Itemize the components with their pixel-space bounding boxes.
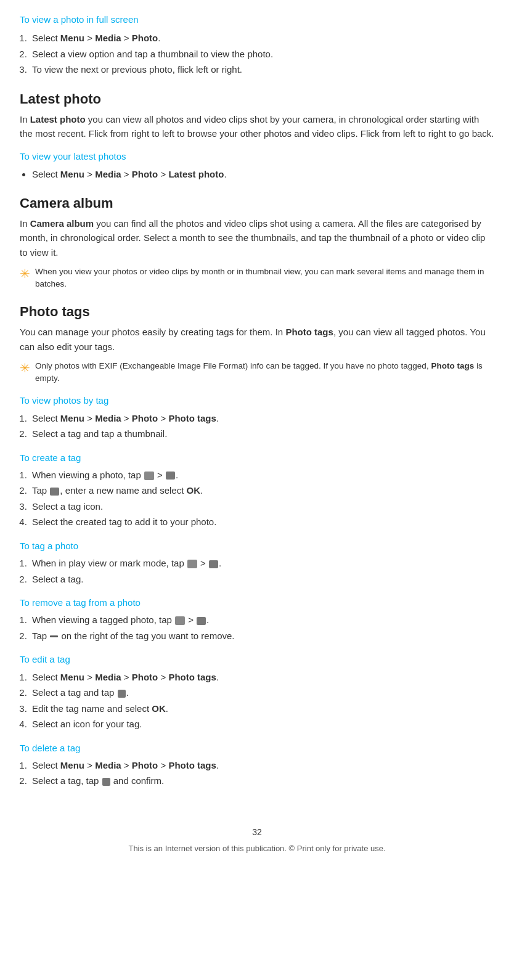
create-tag-subheading: To create a tag [20, 451, 494, 465]
photo-tags-tip: ✳ Only photos with EXIF (Exchangeable Im… [20, 360, 494, 385]
edit-tag-steps: Select Menu > Media > Photo > Photo tags… [30, 669, 494, 732]
list-item: Select the created tag to add it to your… [30, 514, 494, 530]
list-item: Tap , enter a new name and select OK. [30, 483, 494, 499]
tag-photo-steps: When in play view or mark mode, tap > . … [30, 555, 494, 587]
tag-icon-4 [197, 617, 206, 625]
camera-album-body: In Camera album you can find all the pho… [20, 216, 494, 259]
photo-icon-2 [187, 560, 197, 568]
photo-icon [144, 472, 154, 480]
pencil-icon [118, 690, 126, 698]
page-number: 32 [20, 826, 494, 839]
photo-tags-heading: Photo tags [20, 304, 494, 320]
photo-icon-3 [175, 616, 185, 625]
list-item: Edit the tag name and select OK. [30, 701, 494, 717]
tag-icon [166, 472, 175, 480]
view-by-tag-subheading: To view photos by tag [20, 393, 494, 407]
view-latest-photos-list: Select Menu > Media > Photo > Latest pho… [32, 166, 494, 182]
delete-tag-subheading: To delete a tag [20, 741, 494, 755]
tag-icon-3 [209, 560, 218, 568]
remove-tag-steps: When viewing a tagged photo, tap > . Tap… [30, 612, 494, 643]
list-item: Select Menu > Media > Photo. [30, 30, 494, 46]
list-item: Select a tag. [30, 571, 494, 587]
delete-tag-steps: Select Menu > Media > Photo > Photo tags… [30, 757, 494, 789]
trash-icon [102, 778, 110, 786]
list-item: Select an icon for your tag. [30, 716, 494, 732]
list-item: Select Menu > Media > Photo > Photo tags… [30, 757, 494, 774]
view-by-tag-steps: Select Menu > Media > Photo > Photo tags… [30, 410, 494, 442]
list-item: Select Menu > Media > Photo > Latest pho… [32, 166, 494, 182]
list-item: Tap on the right of the tag you want to … [30, 628, 494, 644]
section-camera-album: Camera album In Camera album you can fin… [20, 195, 494, 290]
page-footer: 32 This is an Internet version of this p… [20, 826, 494, 855]
tag-photo-subheading: To tag a photo [20, 539, 494, 553]
view-full-screen-steps: Select Menu > Media > Photo. Select a vi… [30, 30, 494, 78]
tip-text-2: Only photos with EXIF (Exchangeable Imag… [35, 360, 494, 385]
list-item: When in play view or mark mode, tap > . [30, 555, 494, 571]
list-item: Select a tag and tap a thumbnail. [30, 426, 494, 442]
list-item: Select a tag and tap . [30, 685, 494, 701]
remove-tag-subheading: To remove a tag from a photo [20, 595, 494, 610]
tip-text: When you view your photos or video clips… [35, 266, 494, 291]
section-latest-photo: Latest photo In Latest photo you can vie… [20, 91, 494, 182]
list-item: Select a tag, tap and confirm. [30, 773, 494, 789]
minus-icon [50, 635, 58, 637]
list-item: Select Menu > Media > Photo > Photo tags… [30, 410, 494, 427]
edit-tag-subheading: To edit a tag [20, 652, 494, 666]
view-full-screen-heading: To view a photo in full screen [20, 12, 494, 27]
view-latest-photos-subheading: To view your latest photos [20, 149, 494, 163]
list-item: Select Menu > Media > Photo > Photo tags… [30, 669, 494, 685]
camera-album-heading: Camera album [20, 195, 494, 211]
list-item: When viewing a photo, tap > . [30, 467, 494, 483]
photo-tags-body: You can manage your photos easily by cre… [20, 325, 494, 354]
list-item: To view the next or previous photo, flic… [30, 62, 494, 78]
tip-icon: ✳ [20, 266, 30, 281]
list-item: Select a tag icon. [30, 499, 494, 515]
tag-icon-2 [50, 488, 59, 496]
tip-icon-2: ✳ [20, 361, 30, 375]
create-tag-steps: When viewing a photo, tap > . Tap , ente… [30, 467, 494, 530]
section-photo-tags: Photo tags You can manage your photos ea… [20, 304, 494, 789]
section-view-full-screen: To view a photo in full screen Select Me… [20, 12, 494, 78]
camera-album-tip: ✳ When you view your photos or video cli… [20, 266, 494, 291]
latest-photo-heading: Latest photo [20, 91, 494, 107]
footer-text: This is an Internet version of this publ… [20, 843, 494, 855]
list-item: Select a view option and tap a thumbnail… [30, 46, 494, 62]
latest-photo-body: In Latest photo you can view all photos … [20, 112, 494, 141]
list-item: When viewing a tagged photo, tap > . [30, 612, 494, 628]
